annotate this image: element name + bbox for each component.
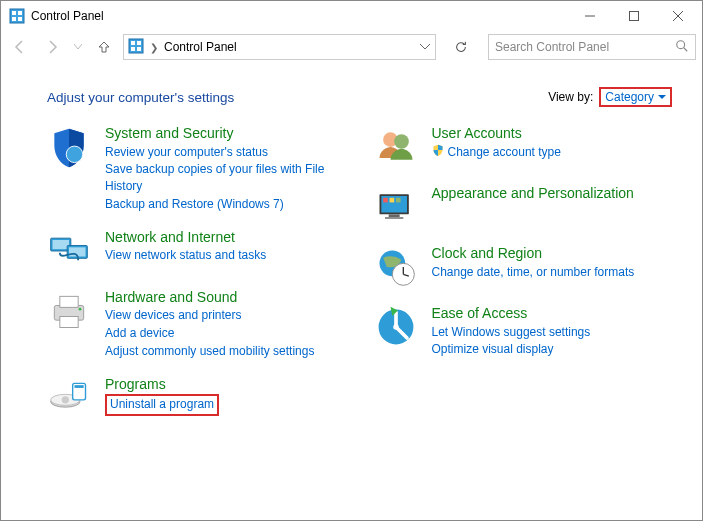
category-title[interactable]: Appearance and Personalization — [432, 185, 634, 203]
category-clock-region: Clock and Region Change date, time, or n… — [374, 245, 673, 289]
control-panel-icon — [9, 8, 25, 24]
view-by-value: Category — [605, 90, 654, 104]
svg-rect-11 — [137, 41, 141, 45]
minimize-button[interactable] — [568, 1, 612, 31]
category-title[interactable]: User Accounts — [432, 125, 561, 143]
svg-rect-13 — [137, 47, 141, 51]
svg-rect-35 — [383, 198, 388, 203]
category-column-right: User Accounts Change account type Appear… — [374, 125, 673, 420]
refresh-button[interactable] — [446, 34, 476, 60]
link-mobility-settings[interactable]: Adjust commonly used mobility settings — [105, 343, 314, 360]
address-bar[interactable]: ❯ Control Panel — [123, 34, 436, 60]
category-network-internet: Network and Internet View network status… — [47, 229, 346, 273]
shield-icon[interactable] — [47, 125, 91, 169]
svg-rect-19 — [53, 240, 70, 249]
link-review-status[interactable]: Review your computer's status — [105, 144, 346, 161]
category-appearance: Appearance and Personalization — [374, 185, 673, 229]
category-title[interactable]: Programs — [105, 376, 219, 394]
svg-rect-24 — [60, 316, 78, 327]
category-system-security: System and Security Review your computer… — [47, 125, 346, 213]
svg-rect-2 — [18, 11, 22, 15]
chevron-right-icon[interactable]: ❯ — [150, 42, 158, 53]
link-file-history[interactable]: Save backup copies of your files with Fi… — [105, 161, 346, 195]
svg-rect-36 — [389, 198, 394, 203]
link-change-account-type[interactable]: Change account type — [448, 144, 561, 161]
link-uninstall-program[interactable]: Uninstall a program — [105, 394, 219, 416]
svg-rect-12 — [131, 47, 135, 51]
uac-shield-icon — [432, 144, 444, 159]
category-user-accounts: User Accounts Change account type — [374, 125, 673, 169]
recent-dropdown[interactable] — [71, 34, 85, 60]
category-title[interactable]: Clock and Region — [432, 245, 635, 263]
svg-rect-4 — [18, 17, 22, 21]
view-by-label: View by: — [548, 90, 593, 104]
programs-icon[interactable] — [47, 376, 91, 420]
category-title[interactable]: System and Security — [105, 125, 346, 143]
titlebar: Control Panel — [1, 1, 702, 31]
svg-line-15 — [684, 47, 688, 51]
svg-rect-10 — [131, 41, 135, 45]
category-programs: Programs Uninstall a program — [47, 376, 346, 420]
network-icon[interactable] — [47, 229, 91, 273]
svg-point-32 — [394, 134, 409, 149]
link-add-device[interactable]: Add a device — [105, 325, 314, 342]
svg-rect-39 — [385, 217, 403, 219]
link-suggest-settings[interactable]: Let Windows suggest settings — [432, 324, 591, 341]
ease-of-access-icon[interactable] — [374, 305, 418, 349]
printer-icon[interactable] — [47, 289, 91, 333]
search-icon[interactable] — [675, 39, 689, 56]
up-button[interactable] — [91, 34, 117, 60]
svg-point-14 — [677, 40, 685, 48]
link-optimize-display[interactable]: Optimize visual display — [432, 341, 591, 358]
category-title[interactable]: Network and Internet — [105, 229, 266, 247]
window-title: Control Panel — [31, 9, 104, 23]
users-icon[interactable] — [374, 125, 418, 169]
view-by-selector[interactable]: Category — [599, 87, 672, 107]
search-box[interactable] — [488, 34, 696, 60]
svg-point-28 — [62, 396, 69, 403]
svg-rect-6 — [630, 12, 639, 21]
address-dropdown[interactable] — [413, 35, 435, 59]
svg-rect-23 — [60, 296, 78, 307]
breadcrumb[interactable]: Control Panel — [164, 40, 237, 54]
svg-point-46 — [393, 324, 399, 330]
navigation-bar: ❯ Control Panel — [1, 31, 702, 67]
search-input[interactable] — [495, 40, 675, 54]
svg-rect-30 — [75, 385, 84, 388]
category-ease-of-access: Ease of Access Let Windows suggest setti… — [374, 305, 673, 358]
link-date-time-formats[interactable]: Change date, time, or number formats — [432, 264, 635, 281]
link-devices-printers[interactable]: View devices and printers — [105, 307, 314, 324]
control-panel-icon — [128, 38, 144, 57]
svg-rect-1 — [12, 11, 16, 15]
close-button[interactable] — [656, 1, 700, 31]
category-column-left: System and Security Review your computer… — [47, 125, 346, 420]
appearance-icon[interactable] — [374, 185, 418, 229]
svg-point-25 — [79, 307, 82, 310]
chevron-down-icon — [658, 95, 666, 100]
link-network-status[interactable]: View network status and tasks — [105, 247, 266, 264]
svg-rect-38 — [388, 214, 399, 217]
svg-rect-3 — [12, 17, 16, 21]
view-by: View by: Category — [548, 87, 672, 107]
category-title[interactable]: Ease of Access — [432, 305, 591, 323]
maximize-button[interactable] — [612, 1, 656, 31]
svg-rect-37 — [396, 198, 401, 203]
forward-button[interactable] — [39, 34, 65, 60]
link-backup-restore[interactable]: Backup and Restore (Windows 7) — [105, 196, 346, 213]
content-area: Adjust your computer's settings View by:… — [1, 67, 702, 420]
clock-globe-icon[interactable] — [374, 245, 418, 289]
back-button[interactable] — [7, 34, 33, 60]
page-title: Adjust your computer's settings — [47, 90, 234, 105]
category-hardware-sound: Hardware and Sound View devices and prin… — [47, 289, 346, 360]
category-title[interactable]: Hardware and Sound — [105, 289, 314, 307]
